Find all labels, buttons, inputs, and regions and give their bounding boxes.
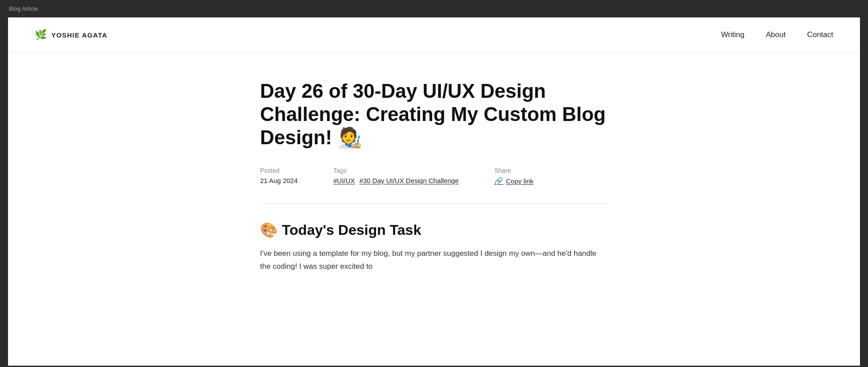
nav-link-about[interactable]: About bbox=[766, 30, 785, 39]
tag-30day[interactable]: #30 Day UI/UX Design Challenge bbox=[360, 177, 459, 184]
tag-ui-ux[interactable]: #UI/UX bbox=[333, 177, 355, 184]
logo-icon: 🌿 bbox=[35, 30, 47, 40]
article-body: I've been using a template for my blog, … bbox=[260, 247, 608, 273]
site-name: YOSHIE AGATA bbox=[51, 31, 107, 39]
main-nav: Writing About Contact bbox=[721, 30, 833, 39]
copy-link-button[interactable]: 🔗 Copy link bbox=[494, 177, 533, 185]
nav-item-contact: Contact bbox=[807, 30, 833, 39]
article-divider bbox=[260, 203, 608, 204]
nav-link-writing[interactable]: Writing bbox=[721, 30, 744, 39]
logo-link[interactable]: 🌿 YOSHIE AGATA bbox=[35, 30, 107, 40]
browser-title: Blog Article bbox=[9, 5, 38, 12]
nav-link-contact[interactable]: Contact bbox=[807, 30, 833, 39]
tags-row: #UI/UX #30 Day UI/UX Design Challenge bbox=[333, 177, 459, 184]
link-icon: 🔗 bbox=[494, 177, 503, 185]
nav-item-about: About bbox=[766, 30, 785, 39]
section-heading: 🎨 Today's Design Task bbox=[260, 221, 608, 238]
nav-links: Writing About Contact bbox=[721, 30, 833, 39]
copy-link-label: Copy link bbox=[506, 177, 533, 185]
tags-label: Tags bbox=[333, 167, 459, 174]
site-header: 🌿 YOSHIE AGATA Writing About Contact bbox=[8, 17, 860, 53]
browser-bar: Blog Article bbox=[0, 0, 868, 17]
page-container: 🌿 YOSHIE AGATA Writing About Contact Day… bbox=[8, 17, 860, 366]
article-container: Day 26 of 30-Day UI/UX Design Challenge:… bbox=[251, 53, 617, 291]
nav-item-writing: Writing bbox=[721, 30, 744, 39]
article-meta: Posted 21 Aug 2024 Tags #UI/UX #30 Day U… bbox=[260, 167, 608, 185]
meta-posted: Posted 21 Aug 2024 bbox=[260, 167, 298, 184]
meta-tags: Tags #UI/UX #30 Day UI/UX Design Challen… bbox=[333, 167, 459, 184]
article-title: Day 26 of 30-Day UI/UX Design Challenge:… bbox=[260, 79, 608, 149]
posted-label: Posted bbox=[260, 167, 298, 174]
posted-date: 21 Aug 2024 bbox=[260, 177, 298, 184]
share-label: Share bbox=[494, 167, 533, 174]
meta-share: Share 🔗 Copy link bbox=[494, 167, 533, 185]
